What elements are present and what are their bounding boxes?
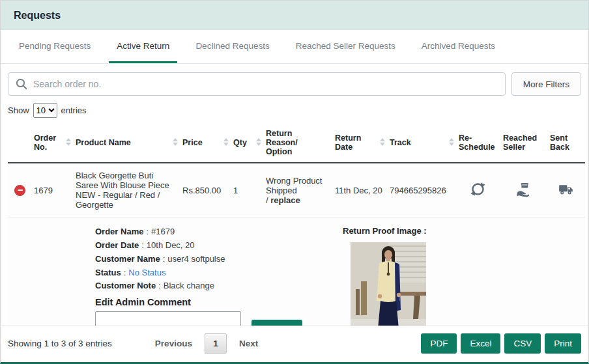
page-1-button[interactable]: 1 bbox=[205, 333, 227, 354]
page-title: Requests bbox=[14, 10, 61, 21]
submit-button[interactable]: Submit bbox=[251, 320, 302, 326]
panel-header: Requests bbox=[1, 1, 588, 30]
detail-order-name: Order Name:#1679 bbox=[95, 226, 311, 238]
entries-info: Showing 1 to 3 of 3 entries bbox=[8, 339, 112, 348]
col-return-reason: Return Reason/ Option bbox=[263, 123, 332, 163]
track-cell: 794665295826 bbox=[387, 163, 456, 217]
sync-icon[interactable] bbox=[470, 182, 485, 197]
entries-label: entries bbox=[61, 105, 87, 115]
previous-page-button[interactable]: Previous bbox=[155, 339, 192, 348]
product-name-cell: Black Georgette Buti Saree With Blouse P… bbox=[73, 163, 180, 217]
col-qty[interactable]: Qty bbox=[231, 123, 263, 163]
order-no-cell: 1679 bbox=[31, 163, 73, 217]
pagination: Previous 1 Next bbox=[155, 333, 258, 354]
reschedule-cell bbox=[456, 163, 500, 217]
return-proof-image[interactable] bbox=[351, 242, 426, 326]
tab-active-return[interactable]: Active Return bbox=[109, 30, 177, 63]
detail-customer-name: Customer Name:user4 softpulse bbox=[95, 253, 311, 266]
col-reached-seller: Reached Seller bbox=[500, 123, 547, 163]
col-order-no[interactable]: Order No. bbox=[31, 123, 73, 163]
price-cell: Rs.850.00 bbox=[180, 163, 231, 217]
tab-pending-requests[interactable]: Pending Requests bbox=[11, 30, 98, 63]
search-input[interactable] bbox=[8, 72, 506, 96]
status-link[interactable]: No Status bbox=[128, 268, 165, 277]
csv-export-button[interactable]: CSV bbox=[504, 333, 541, 354]
sort-icon bbox=[223, 138, 229, 146]
next-page-button[interactable]: Next bbox=[239, 339, 258, 348]
more-filters-button[interactable]: More Filters bbox=[511, 72, 581, 96]
print-export-button[interactable]: Print bbox=[545, 333, 581, 354]
table-row: 1679 Black Georgette Buti Saree With Blo… bbox=[8, 163, 585, 217]
requests-panel: Requests Pending Requests Active Return … bbox=[0, 0, 589, 364]
requests-table-area: Order No. Product Name Price Qty Return … bbox=[1, 122, 588, 326]
pdf-export-button[interactable]: PDF bbox=[421, 333, 457, 354]
table-footer: Showing 1 to 3 of 3 entries Previous 1 N… bbox=[1, 326, 588, 362]
entries-select[interactable]: 10 bbox=[33, 103, 57, 118]
search-icon bbox=[15, 77, 28, 91]
truck-icon[interactable] bbox=[558, 182, 573, 197]
expanded-detail-row: Order Name:#1679 Order Date:10th Dec, 20… bbox=[8, 217, 585, 326]
sent-back-cell bbox=[547, 163, 585, 217]
col-product-name[interactable]: Product Name bbox=[73, 123, 180, 163]
col-reschedule: Re-Schedule bbox=[456, 123, 500, 163]
proof-image-label: Return Proof Image : bbox=[343, 226, 427, 236]
expand-cell bbox=[8, 163, 31, 217]
detail-customer-note: Customer Note:Black change bbox=[95, 280, 311, 292]
col-sent-back: Sent Back bbox=[547, 123, 585, 163]
tab-bar: Pending Requests Active Return Declined … bbox=[1, 30, 588, 64]
requests-table: Order No. Product Name Price Qty Return … bbox=[8, 123, 585, 326]
admin-comment-textarea[interactable] bbox=[95, 311, 241, 326]
excel-export-button[interactable]: Excel bbox=[461, 333, 500, 354]
collapse-row-button[interactable] bbox=[14, 185, 25, 196]
table-header-row: Order No. Product Name Price Qty Return … bbox=[8, 123, 585, 163]
export-buttons: PDF Excel CSV Print bbox=[421, 333, 581, 354]
tab-reached-seller-requests[interactable]: Reached Seller Requests bbox=[288, 30, 403, 63]
sort-icon bbox=[380, 138, 385, 146]
search-toolbar: More Filters bbox=[1, 64, 588, 100]
hand-box-icon[interactable] bbox=[516, 182, 530, 197]
col-price[interactable]: Price bbox=[180, 123, 231, 163]
search-box bbox=[8, 72, 506, 96]
sort-icon bbox=[449, 138, 454, 146]
col-return-date[interactable]: Return Date bbox=[332, 123, 387, 163]
col-expand-control bbox=[8, 123, 31, 163]
return-reason-cell: Wrong Product Shipped / replace bbox=[263, 163, 332, 217]
show-label: Show bbox=[8, 105, 29, 115]
order-detail-block: Order Name:#1679 Order Date:10th Dec, 20… bbox=[95, 225, 311, 326]
detail-status: Status:No Status bbox=[95, 267, 311, 279]
tab-archived-requests[interactable]: Archived Requests bbox=[414, 30, 503, 63]
col-track[interactable]: Track bbox=[387, 123, 456, 163]
sort-icon bbox=[66, 138, 71, 146]
admin-comment-heading: Edit Admin Comment bbox=[95, 297, 311, 307]
reached-seller-cell bbox=[500, 163, 547, 217]
tab-declined-requests[interactable]: Declined Requests bbox=[188, 30, 277, 63]
detail-order-date: Order Date:10th Dec, 20 bbox=[95, 240, 311, 252]
sort-icon bbox=[173, 138, 178, 146]
show-entries-row: Show 10 entries bbox=[1, 100, 588, 122]
sort-icon bbox=[256, 138, 261, 146]
return-proof-block: Return Proof Image : bbox=[343, 225, 427, 326]
qty-cell: 1 bbox=[231, 163, 263, 217]
return-date-cell: 11th Dec, 20 bbox=[332, 163, 387, 217]
